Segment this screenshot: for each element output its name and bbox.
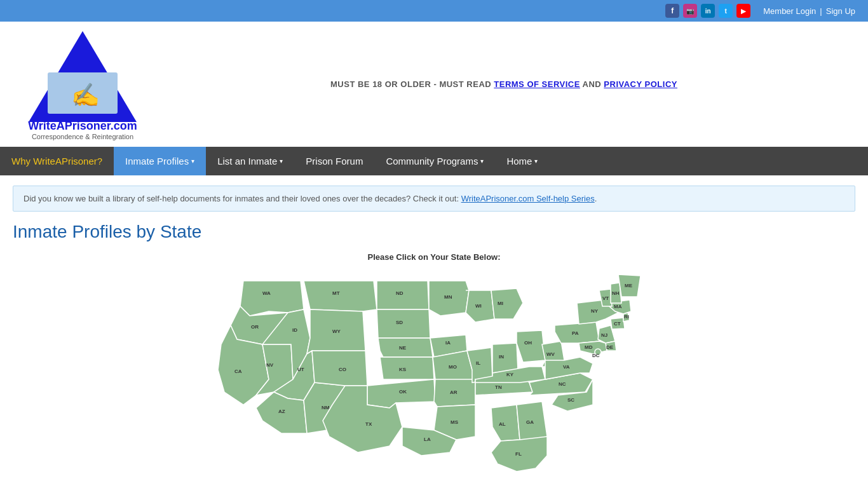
state-mt[interactable] <box>304 281 377 311</box>
state-ar[interactable] <box>434 379 475 407</box>
map-section: Please Click on Your State Below: <box>0 252 868 488</box>
state-wy[interactable] <box>307 309 365 354</box>
nav-why-writeaprisoner[interactable]: Why WriteAPrisoner? <box>0 147 114 175</box>
and-label: AND <box>583 79 602 89</box>
logo-svg: ✍ ® <box>25 28 140 123</box>
state-mn[interactable] <box>429 281 469 316</box>
state-mi[interactable] <box>491 288 523 319</box>
info-text: Did you know we built a library of self-… <box>24 194 459 203</box>
nav-prison-forum[interactable]: Prison Forum <box>294 147 374 175</box>
instagram-icon[interactable]: 📷 <box>683 4 697 18</box>
svg-text:®: ® <box>124 38 129 45</box>
sign-up-link[interactable]: Sign Up <box>826 6 855 16</box>
self-help-link[interactable]: WriteAPrisoner.com Self-help Series <box>461 194 595 203</box>
info-banner: Did you know we built a library of self-… <box>13 186 855 212</box>
tos-link[interactable]: TERMS OF SERVICE <box>494 79 580 89</box>
top-links: Member Login | Sign Up <box>763 6 855 16</box>
member-login-link[interactable]: Member Login <box>763 6 816 16</box>
social-icons: f 📷 in t ▶ <box>665 4 750 18</box>
state-in[interactable] <box>492 343 518 373</box>
state-sd[interactable] <box>377 309 430 338</box>
state-ct[interactable] <box>611 318 625 329</box>
nav-inmate-profiles[interactable]: Inmate Profiles ▾ <box>114 147 206 175</box>
us-map-svg: WA OR CA NV ID MT WY UT AZ NM CO ND SD N… <box>199 268 669 478</box>
state-wi[interactable] <box>466 290 494 322</box>
nav-home[interactable]: Home ▾ <box>495 147 549 175</box>
navigation: Why WriteAPrisoner? Inmate Profiles ▾ Li… <box>0 147 868 175</box>
logo-image: ✍ ® <box>25 28 140 117</box>
notice-prefix: MUST BE 18 OR OLDER - MUST READ <box>330 79 491 89</box>
state-wa[interactable] <box>240 281 304 316</box>
chevron-down-icon: ▾ <box>534 158 538 165</box>
linkedin-icon[interactable]: in <box>701 4 715 18</box>
header: ✍ ® WriteAPrisoner.com Correspondence & … <box>0 22 868 147</box>
state-de[interactable] <box>606 341 616 351</box>
chevron-down-icon: ▾ <box>280 158 283 165</box>
youtube-icon[interactable]: ▶ <box>736 4 750 18</box>
state-dc[interactable] <box>595 349 601 355</box>
us-map-container: WA OR CA NV ID MT WY UT AZ NM CO ND SD N… <box>199 268 669 478</box>
state-al[interactable] <box>491 405 520 441</box>
state-oh[interactable] <box>517 330 545 362</box>
state-co[interactable] <box>312 351 367 386</box>
state-ks[interactable] <box>380 357 434 379</box>
map-instruction: Please Click on Your State Below: <box>13 252 855 262</box>
page-title: Inmate Profiles by State <box>13 222 855 242</box>
state-md[interactable] <box>579 341 607 354</box>
privacy-policy-link[interactable]: PRIVACY POLICY <box>604 79 677 89</box>
nav-list-an-inmate[interactable]: List an Inmate ▾ <box>206 147 294 175</box>
chevron-down-icon: ▾ <box>191 158 194 165</box>
tagline: Correspondence & Reintegration <box>28 133 137 140</box>
logo-area: ✍ ® WriteAPrisoner.com Correspondence & … <box>13 28 153 140</box>
state-nd[interactable] <box>377 281 429 309</box>
state-me[interactable] <box>618 274 641 297</box>
top-bar: f 📷 in t ▶ Member Login | Sign Up <box>0 0 868 22</box>
chevron-down-icon: ▾ <box>480 158 484 165</box>
divider: | <box>820 6 822 16</box>
state-ok[interactable] <box>367 379 435 408</box>
state-fl[interactable] <box>491 437 547 471</box>
twitter-icon[interactable]: t <box>719 4 733 18</box>
state-ne[interactable] <box>378 338 433 357</box>
nav-community-programs[interactable]: Community Programs ▾ <box>374 147 495 175</box>
state-pa[interactable] <box>555 322 599 343</box>
facebook-icon[interactable]: f <box>665 4 679 18</box>
header-notice: MUST BE 18 OR OLDER - MUST READ TERMS OF… <box>153 79 855 89</box>
svg-text:✍: ✍ <box>71 81 100 109</box>
